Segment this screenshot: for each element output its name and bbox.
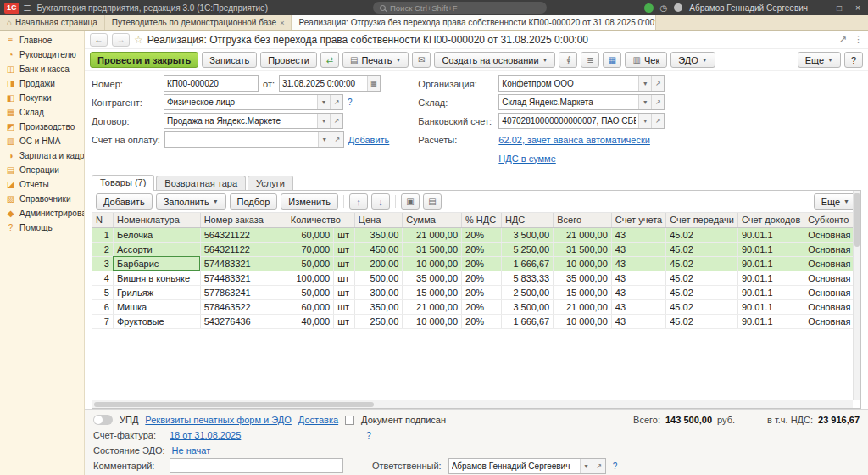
cell-vat[interactable]: 2 500,00 bbox=[501, 285, 553, 299]
open-item-icon[interactable]: ↗ bbox=[651, 95, 664, 109]
cell-vat-rate[interactable]: 20% bbox=[462, 242, 502, 256]
chevron-down-icon[interactable]: ▾ bbox=[638, 114, 651, 128]
cell-quantity[interactable]: 60,000 bbox=[287, 227, 333, 242]
save-button[interactable]: Записать bbox=[202, 52, 257, 68]
cell-transfer-account[interactable]: 45.02 bbox=[666, 314, 738, 328]
chevron-down-icon[interactable]: ▾ bbox=[638, 76, 651, 91]
add-row-button[interactable]: Добавить bbox=[96, 193, 153, 210]
cell-n[interactable]: 5 bbox=[92, 285, 113, 299]
cell-total[interactable]: 21 000,00 bbox=[554, 227, 612, 242]
cell-n[interactable]: 1 bbox=[92, 227, 113, 242]
column-header-account[interactable]: Счет учета bbox=[611, 213, 665, 227]
sidebar-item-warehouse[interactable]: ▦Склад bbox=[0, 105, 84, 120]
column-header-price[interactable]: Цена bbox=[354, 213, 402, 227]
cell-income-account[interactable]: 90.01.1 bbox=[737, 299, 804, 314]
cell-unit[interactable]: шт bbox=[334, 299, 355, 314]
sidebar-item-purchases[interactable]: ◧Покупки bbox=[0, 91, 84, 105]
invoice-link[interactable]: 18 от 31.08.2025 bbox=[170, 430, 241, 440]
cell-vat[interactable]: 3 500,00 bbox=[501, 227, 553, 242]
table-row-4[interactable]: 4Вишня в коньяке574483321100,000шт500,00… bbox=[92, 271, 860, 285]
comment-input[interactable] bbox=[170, 459, 342, 472]
add-invoice-link[interactable]: Добавить bbox=[348, 135, 390, 145]
page-tab-3[interactable]: Услуги bbox=[248, 176, 293, 190]
cell-price[interactable]: 350,00 bbox=[354, 227, 402, 242]
current-user[interactable]: Абрамов Геннадий Сергеевич bbox=[689, 3, 808, 13]
back-button[interactable]: ← bbox=[90, 33, 108, 47]
document-signed-checkbox[interactable] bbox=[345, 416, 354, 425]
column-header-vat-rate[interactable]: % НДС bbox=[462, 213, 502, 227]
cell-subconto[interactable]: Основная bbox=[804, 299, 860, 314]
cell-account[interactable]: 43 bbox=[611, 271, 665, 285]
cell-unit[interactable]: шт bbox=[334, 256, 355, 271]
sidebar-item-reports[interactable]: ◪Отчеты bbox=[0, 177, 84, 192]
cell-unit[interactable]: шт bbox=[334, 314, 355, 328]
app-tab-3[interactable]: Реализация: Отгрузка без перехода права … bbox=[292, 15, 656, 30]
cell-order-number[interactable]: 543276436 bbox=[200, 314, 287, 328]
column-header-n[interactable]: N bbox=[92, 213, 113, 227]
cell-price[interactable]: 300,00 bbox=[354, 285, 402, 299]
cell-unit[interactable]: шт bbox=[334, 227, 355, 242]
upd-toggle[interactable] bbox=[93, 415, 113, 425]
copy-rows-button[interactable]: ▣ bbox=[401, 193, 420, 210]
cell-nomenclature[interactable]: Мишка bbox=[113, 299, 200, 314]
cell-account[interactable]: 43 bbox=[611, 256, 665, 271]
app-tab-1[interactable]: ⌂Начальная страница bbox=[0, 15, 105, 30]
table-row-5[interactable]: 5Грильяж57786324150,000шт300,0015 000,00… bbox=[92, 285, 860, 299]
edo-button[interactable]: ЭДО▼ bbox=[670, 52, 715, 68]
invoice-help-icon[interactable]: ? bbox=[366, 431, 371, 440]
cell-vat-rate[interactable]: 20% bbox=[462, 271, 502, 285]
responsible-input[interactable] bbox=[449, 459, 580, 473]
organization-input[interactable] bbox=[499, 76, 638, 91]
cell-transfer-account[interactable]: 45.02 bbox=[666, 285, 738, 299]
table-row-2[interactable]: 2Ассорти56432112270,000шт450,0031 500,00… bbox=[92, 242, 860, 256]
open-link-icon[interactable]: ↗ bbox=[839, 34, 847, 45]
table-row-1[interactable]: 1Белочка56432112260,000шт350,0021 000,00… bbox=[92, 227, 860, 242]
pick-button[interactable]: Подбор bbox=[230, 193, 278, 210]
reports-button[interactable]: ▦ bbox=[603, 52, 621, 68]
cell-vat[interactable]: 1 666,67 bbox=[501, 314, 553, 328]
cell-price[interactable]: 450,00 bbox=[354, 242, 402, 256]
list-settings-button[interactable]: ▤ bbox=[423, 193, 442, 210]
cell-nomenclature[interactable]: Вишня в коньяке bbox=[113, 271, 200, 285]
cell-account[interactable]: 43 bbox=[611, 242, 665, 256]
sidebar-item-fixed-assets[interactable]: ▥ОС и НМА bbox=[0, 134, 84, 148]
cell-order-number[interactable]: 577863241 bbox=[200, 285, 287, 299]
open-item-icon[interactable]: ↗ bbox=[651, 76, 664, 91]
date-input[interactable] bbox=[280, 76, 367, 91]
cell-total[interactable]: 35 000,00 bbox=[554, 271, 612, 285]
cell-nomenclature[interactable]: Грильяж bbox=[113, 285, 200, 299]
cell-total[interactable]: 10 000,00 bbox=[554, 256, 612, 271]
open-item-icon[interactable]: ↗ bbox=[651, 114, 664, 128]
post-button[interactable]: Провести bbox=[260, 52, 317, 68]
cell-nomenclature[interactable]: Фруктовые bbox=[113, 314, 200, 328]
cell-sum[interactable]: 35 000,00 bbox=[403, 271, 462, 285]
cell-income-account[interactable]: 90.01.1 bbox=[737, 256, 804, 271]
sidebar-item-help[interactable]: ?Помощь bbox=[0, 221, 84, 235]
cell-income-account[interactable]: 90.01.1 bbox=[737, 271, 804, 285]
cell-account[interactable]: 43 bbox=[611, 314, 665, 328]
send-email-button[interactable]: ✉ bbox=[412, 52, 431, 68]
column-header-vat[interactable]: НДС bbox=[501, 213, 553, 227]
create-based-on-button[interactable]: Создать на основании▼ bbox=[434, 52, 555, 68]
cell-subconto[interactable]: Основная bbox=[804, 285, 860, 299]
sidebar-item-main[interactable]: ≡Главное bbox=[0, 33, 84, 48]
edo-state-link[interactable]: Не начат bbox=[172, 445, 211, 455]
cell-quantity[interactable]: 50,000 bbox=[287, 256, 333, 271]
chevron-down-icon[interactable]: ▾ bbox=[638, 95, 651, 109]
app-tab-2[interactable]: Путеводитель по демонстрационной базе× bbox=[105, 15, 292, 30]
open-item-icon[interactable]: ↗ bbox=[331, 132, 343, 147]
cell-subconto[interactable]: Основная bbox=[804, 242, 860, 256]
cell-vat-rate[interactable]: 20% bbox=[462, 256, 502, 271]
chevron-down-icon[interactable]: ▾ bbox=[317, 114, 330, 128]
cell-sum[interactable]: 10 000,00 bbox=[403, 256, 462, 271]
cell-transfer-account[interactable]: 45.02 bbox=[666, 256, 738, 271]
page-tab-2[interactable]: Возвратная тара bbox=[156, 176, 246, 190]
cell-subconto[interactable]: Основная bbox=[804, 227, 860, 242]
cell-order-number[interactable]: 578463522 bbox=[200, 299, 287, 314]
open-item-icon[interactable]: ↗ bbox=[330, 95, 342, 109]
cell-nomenclature[interactable]: Барбарис bbox=[113, 256, 200, 271]
horizontal-scrollbar[interactable] bbox=[92, 400, 853, 408]
cell-quantity[interactable]: 60,000 bbox=[287, 299, 333, 314]
warehouse-input[interactable] bbox=[499, 95, 638, 109]
edit-button[interactable]: Изменить bbox=[281, 193, 338, 210]
